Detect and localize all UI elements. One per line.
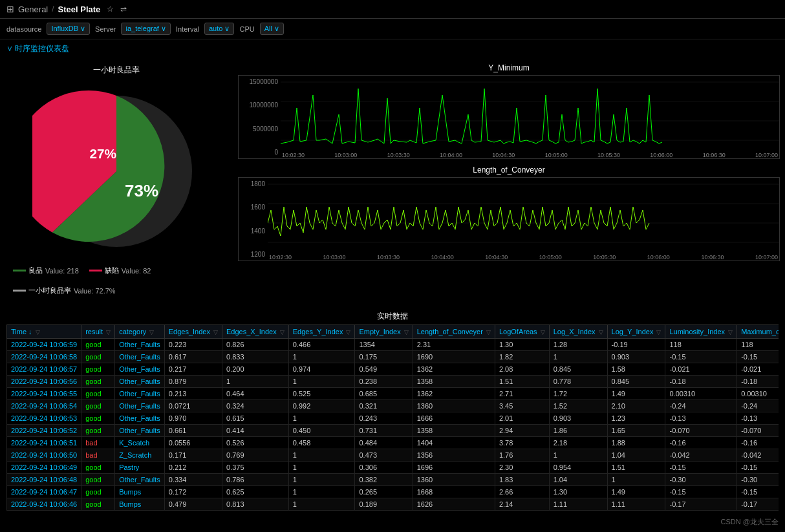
- cell-edges-index: 0.479: [164, 498, 222, 511]
- cell-edges-x: 0.526: [222, 437, 289, 449]
- cell-result: good: [81, 474, 115, 486]
- cell-log-areas: 1.76: [495, 449, 549, 462]
- table-scroll-container[interactable]: Time ↓ ▽ result ▽ category ▽ Edges_Index…: [6, 325, 779, 511]
- th-edges-y[interactable]: Edges_Y_Index ▽: [288, 325, 355, 339]
- cell-log-x: 1.72: [549, 388, 607, 400]
- cell-log-x: 1.52: [549, 400, 607, 412]
- cell-length: 1696: [413, 462, 495, 474]
- legend-bad-value: Value: 82: [122, 267, 151, 275]
- cell-log-x: 1.11: [549, 498, 607, 511]
- th-edges-x[interactable]: Edges_X_Index ▽: [222, 325, 289, 339]
- cell-length: 1668: [413, 486, 495, 498]
- cell-max-luminosity: -0.17: [737, 498, 779, 511]
- cell-empty: 0.306: [355, 462, 413, 474]
- cell-luminosity: -0.021: [665, 363, 737, 376]
- cell-result: good: [81, 351, 115, 363]
- legend-bad: 缺陷 Value: 82: [89, 266, 151, 275]
- cell-edges-y: 1: [288, 449, 355, 462]
- table-row: 2022-09-24 10:06:51 bad K_Scatch 0.0556 …: [7, 437, 779, 449]
- cell-result: good: [81, 363, 115, 376]
- th-luminosity[interactable]: Luminosity_Index ▽: [665, 325, 737, 339]
- cell-edges-index: 0.171: [164, 449, 222, 462]
- cell-empty: 0.189: [355, 498, 413, 511]
- interval-label: Interval: [176, 25, 199, 33]
- breadcrumb-general[interactable]: General: [18, 5, 48, 14]
- cell-edges-y: 0.974: [288, 363, 355, 376]
- th-edges-index[interactable]: Edges_Index ▽: [164, 325, 222, 339]
- cell-category: Bumps: [115, 498, 165, 511]
- cell-category: Pastry: [115, 462, 165, 474]
- left-panel: 一小时良品率 27% 73% 良品 V: [0, 58, 233, 306]
- cell-max-luminosity: -0.13: [737, 412, 779, 425]
- cell-result: bad: [81, 449, 115, 462]
- cell-edges-x: 0.813: [222, 498, 289, 511]
- cell-empty: 0.175: [355, 351, 413, 363]
- cell-category: Other_Faults: [115, 400, 165, 412]
- legend-bad-label: 缺陷: [105, 266, 119, 275]
- cell-max-luminosity: 118: [737, 339, 779, 351]
- cell-edges-y: 1: [288, 412, 355, 425]
- cell-edges-x: 0.375: [222, 462, 289, 474]
- cell-length: 1404: [413, 437, 495, 449]
- th-log-areas[interactable]: LogOfAreas ▽: [495, 325, 549, 339]
- cell-edges-y: 1: [288, 486, 355, 498]
- cell-result: good: [81, 388, 115, 400]
- cell-edges-index: 0.0556: [164, 437, 222, 449]
- cell-result: good: [81, 462, 115, 474]
- legend-good: 良品 Value: 218: [13, 266, 79, 275]
- cell-edges-x: 0.769: [222, 449, 289, 462]
- cpu-select[interactable]: All ∨: [260, 23, 284, 35]
- table-row: 2022-09-24 10:06:46 good Bumps 0.479 0.8…: [7, 498, 779, 511]
- cell-category: K_Scatch: [115, 437, 165, 449]
- cell-edges-index: 0.217: [164, 363, 222, 376]
- cell-luminosity: -0.042: [665, 449, 737, 462]
- section-label[interactable]: 时序监控仪表盘: [0, 39, 785, 58]
- th-category[interactable]: category ▽: [115, 325, 165, 339]
- th-log-x[interactable]: Log_X_Index ▽: [549, 325, 607, 339]
- th-length[interactable]: Length_of_Conveyer ▽: [413, 325, 495, 339]
- legend-rate-color: [13, 290, 26, 292]
- cell-log-x: 1.86: [549, 425, 607, 437]
- cell-max-luminosity: -0.021: [737, 363, 779, 376]
- header: ⊞ General / Steel Plate ☆ ⇌: [0, 0, 785, 19]
- table-row: 2022-09-24 10:06:58 good Other_Faults 0.…: [7, 351, 779, 363]
- cell-edges-y: 1: [288, 474, 355, 486]
- cell-time: 2022-09-24 10:06:51: [7, 437, 81, 449]
- th-empty[interactable]: Empty_Index ▽: [355, 325, 413, 339]
- legend-bad-color: [89, 270, 102, 271]
- server-select[interactable]: ia_telegraf ∨: [121, 23, 170, 35]
- cell-category: Other_Faults: [115, 388, 165, 400]
- datasource-select[interactable]: InfluxDB ∨: [47, 23, 90, 35]
- cell-time: 2022-09-24 10:06:50: [7, 449, 81, 462]
- chart-length: Length_of_Conveyer 1800 1600 1400 1200: [238, 165, 780, 261]
- cell-category: Z_Scratch: [115, 449, 165, 462]
- share-icon[interactable]: ⇌: [120, 5, 127, 14]
- y-axis-length: 1800 1600 1400 1200: [239, 178, 268, 261]
- cell-max-luminosity: -0.15: [737, 486, 779, 498]
- cell-log-areas: 2.30: [495, 462, 549, 474]
- th-max-luminosity[interactable]: Maximum_of_Luminosity: [737, 325, 779, 339]
- cell-empty: 0.731: [355, 425, 413, 437]
- cell-luminosity: -0.18: [665, 376, 737, 388]
- cell-length: 1356: [413, 449, 495, 462]
- cell-log-areas: 2.66: [495, 486, 549, 498]
- cell-log-x: 0.903: [549, 412, 607, 425]
- interval-select[interactable]: auto ∨: [204, 23, 234, 35]
- th-result[interactable]: result ▽: [81, 325, 115, 339]
- cell-result: good: [81, 486, 115, 498]
- table-row: 2022-09-24 10:06:50 bad Z_Scratch 0.171 …: [7, 449, 779, 462]
- cell-edges-index: 0.970: [164, 412, 222, 425]
- x-axis-minimum: 10:02:30 10:03:00 10:03:30 10:04:00 10:0…: [281, 152, 779, 158]
- cell-edges-y: 1: [288, 351, 355, 363]
- cell-edges-y: 1: [288, 376, 355, 388]
- cell-time: 2022-09-24 10:06:52: [7, 425, 81, 437]
- cell-edges-index: 0.334: [164, 474, 222, 486]
- cell-length: 1690: [413, 351, 495, 363]
- th-log-y[interactable]: Log_Y_Index ▽: [607, 325, 665, 339]
- cell-edges-index: 0.212: [164, 462, 222, 474]
- cell-empty: 0.685: [355, 388, 413, 400]
- cell-log-y: 1.04: [607, 449, 665, 462]
- cell-edges-x: 0.786: [222, 474, 289, 486]
- th-time[interactable]: Time ↓ ▽: [7, 325, 81, 339]
- star-icon[interactable]: ☆: [107, 5, 114, 14]
